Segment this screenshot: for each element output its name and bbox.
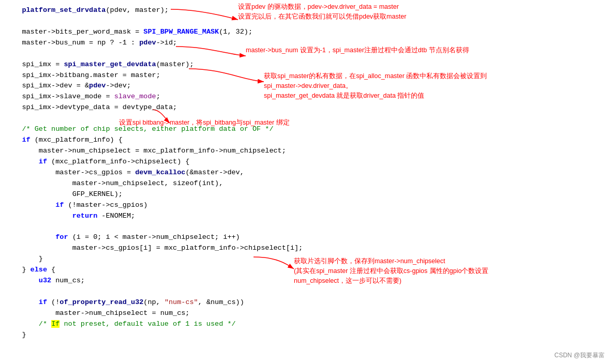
annotation-1: 设置pdev 的驱动数据，pdev->dev.driver_data = mas… [238, 2, 406, 22]
code-line-6: spi_imx = spi_master_get_devdata(master)… [5, 59, 606, 70]
code-line-15: if (mxc_platform_info->chipselect) { [5, 157, 606, 168]
code-line-23: master->cs_gpios[i] = mxc_platform_info-… [5, 243, 606, 254]
code-line-28: if (!of_property_read_u32(np, "num-cs", … [5, 297, 606, 308]
code-line-12: /* Get number of chip selects, either pl… [5, 124, 606, 135]
watermark: CSDN @我要暴富 [554, 351, 605, 360]
code-line-29: master->num_chipselect = num_cs; [5, 308, 606, 319]
code-line-14: master->num_chipselect = mxc_platform_in… [5, 146, 606, 157]
code-line-30: /* If not preset, default value of 1 is … [5, 319, 606, 330]
code-line-18: GFP_KERNEL); [5, 189, 606, 200]
code-line-31: } [5, 330, 606, 341]
annotation-2: master->bus_num 设置为-1，spi_master注册过程中会通过… [246, 46, 469, 55]
code-fn: platform_set_drvdata [22, 6, 106, 14]
code-line-19: if (!master->cs_gpios) [5, 200, 606, 211]
code-line-3: master->bits_per_word_mask = SPI_BPW_RAN… [5, 27, 606, 38]
code-line-21 [5, 221, 606, 232]
code-line-17: master->num_chipselect, sizeof(int), [5, 178, 606, 189]
code-line-11 [5, 113, 606, 124]
code-line-27 [5, 286, 606, 297]
annotation-5: 获取片选引脚个数，保存到master->num_chipselect(其实在sp… [294, 256, 488, 285]
code-area: platform_set_drvdata(pdev, master); mast… [0, 0, 611, 364]
code-line-20: return -ENOMEM; [5, 211, 606, 222]
code-line-10: spi_imx->devtype_data = devtype_data; [5, 102, 606, 113]
code-line-22: for (i = 0; i < master->num_chipselect; … [5, 232, 606, 243]
annotation-4: 设置spi bitbang->master，将spi_bitbang与spi_m… [119, 118, 290, 128]
code-line-13: if (mxc_platform_info) { [5, 135, 606, 146]
code-line-16: master->cs_gpios = devm_kcalloc(&master-… [5, 168, 606, 178]
annotation-3: 获取spi_master的私有数据，在spi_alloc_master 函数中私… [264, 71, 487, 100]
